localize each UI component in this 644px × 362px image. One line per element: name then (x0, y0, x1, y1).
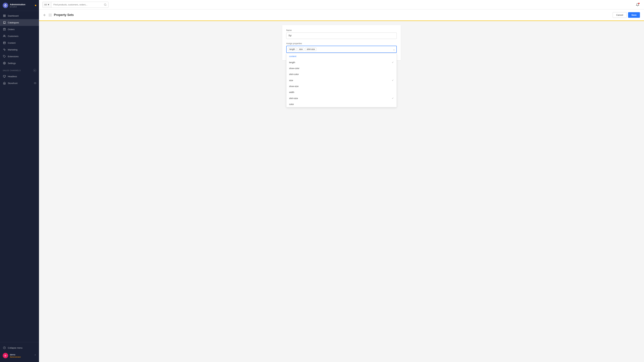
dropdown-item-shoe-size[interactable]: shoe-size (286, 83, 396, 89)
name-input[interactable] (286, 32, 397, 39)
search-container: All ▼ (42, 2, 108, 8)
dropdown-item-label: shoe-size (289, 85, 298, 87)
user-avatar: D (3, 353, 8, 358)
dropdown-item-content[interactable]: content (286, 53, 396, 59)
search-filter-label: All (44, 3, 46, 6)
search-filter-dropdown[interactable]: All ▼ (42, 2, 51, 7)
dropdown-item-width[interactable]: width (286, 89, 396, 95)
content-icon (3, 41, 6, 44)
sidebar-item-label: Headless (8, 75, 17, 78)
sidebar-item-settings[interactable]: Settings (0, 60, 39, 66)
storefront-icon (3, 81, 6, 85)
sidebar-item-label: Customers (8, 35, 18, 37)
dropdown-item-shirt-color[interactable]: shirt-color (286, 71, 396, 77)
marketing-icon (3, 48, 6, 51)
settings-icon (3, 61, 6, 65)
assign-properties-label: Assign properties (286, 42, 397, 45)
customers-icon (3, 34, 6, 38)
svg-rect-1 (4, 15, 4, 15)
sidebar-item-customers[interactable]: Customers (0, 33, 39, 39)
name-field: Name (286, 29, 397, 39)
sidebar-item-orders[interactable]: Orders (0, 26, 39, 33)
sidebar-item-label: Catalogues (8, 21, 19, 24)
catalogues-icon (3, 21, 6, 24)
dropdown-item-label: length (289, 61, 295, 64)
notification-dot (638, 3, 640, 4)
svg-rect-7 (4, 42, 6, 44)
header-icon (48, 13, 52, 17)
search-input[interactable] (51, 2, 102, 7)
sidebar-item-content[interactable]: Content (0, 39, 39, 46)
form-card: Name Assign properties lengthsizeshirt-s… (282, 25, 401, 60)
sidebar-item-storefront[interactable]: Storefront (0, 80, 39, 86)
sidebar-item-label: Settings (8, 62, 16, 64)
dropdown-item-label: shoe-color (289, 67, 300, 70)
svg-point-13 (104, 4, 106, 5)
storefront-view-icon (34, 82, 36, 84)
tags-input-box[interactable]: lengthsizeshirt-size⌄ (286, 46, 397, 53)
save-button[interactable]: Save (628, 12, 640, 18)
sidebar-nav: Dashboard Catalogues Orders Customers Co… (0, 11, 39, 342)
sidebar-item-label: Storefront (8, 82, 18, 84)
dropdown-item-color[interactable]: color (286, 101, 396, 107)
sidebar: Administration 6.4.14.0 Dashboard Catalo… (0, 0, 39, 362)
svg-point-11 (35, 83, 36, 83)
svg-point-9 (4, 63, 5, 63)
name-label: Name (286, 29, 397, 31)
app-info: Administration 6.4.14.0 (10, 3, 33, 8)
search-button[interactable] (102, 3, 108, 6)
svg-rect-14 (49, 14, 50, 15)
sidebar-item-extensions[interactable]: Extensions (0, 53, 39, 60)
sidebar-item-dashboard[interactable]: Dashboard (0, 12, 39, 19)
page-content: Property Sets Cancel Save Name Assign pr… (39, 9, 644, 362)
sidebar-item-label: Content (8, 42, 16, 44)
svg-rect-3 (4, 16, 6, 17)
cancel-button[interactable]: Cancel (613, 12, 626, 18)
dropdown-arrow-icon: ⌄ (393, 48, 395, 51)
topbar: All ▼ (39, 0, 644, 9)
page-header: Property Sets Cancel Save (39, 9, 644, 21)
dropdown-item-shirt-size[interactable]: shirt-size ✓ (286, 95, 396, 101)
dropdown-item-label: width (289, 91, 294, 93)
sidebar-item-marketing[interactable]: Marketing (0, 46, 39, 53)
collapse-icon (3, 346, 6, 350)
svg-rect-2 (4, 15, 6, 15)
dropdown-item-label: size (289, 79, 293, 82)
dropdown-item-label: shirt-size (289, 97, 298, 100)
tag-chip-length: length (288, 47, 296, 51)
sidebar-user[interactable]: D demo Administrator ⌃ (0, 351, 39, 360)
back-button[interactable] (43, 13, 46, 17)
page-header-actions: Cancel Save (613, 12, 640, 18)
page-header-left: Property Sets (43, 13, 74, 17)
svg-rect-4 (4, 16, 4, 17)
svg-rect-15 (50, 14, 52, 15)
tag-chip-size: size (298, 47, 304, 51)
app-name: Administration (10, 3, 33, 6)
sidebar-item-label: Extensions (8, 55, 19, 58)
check-icon: ✓ (392, 61, 394, 64)
sidebar-item-headless[interactable]: Headless (0, 73, 39, 80)
collapse-label: Collapse menu (8, 347, 22, 349)
svg-rect-10 (3, 75, 6, 77)
sidebar-header: Administration 6.4.14.0 (0, 0, 39, 11)
add-sales-channel-button[interactable]: + (33, 69, 36, 72)
sidebar-footer: Collapse menu D demo Administrator ⌃ (0, 342, 39, 362)
collapse-menu-button[interactable]: Collapse menu (0, 345, 39, 351)
svg-point-0 (5, 5, 6, 6)
dropdown-item-size[interactable]: size ✓ (286, 77, 396, 83)
dropdown-item-shoe-color[interactable]: shoe-color (286, 65, 396, 71)
sidebar-item-catalogues[interactable]: Catalogues (0, 19, 39, 26)
dropdown-item-label: shirt-color (289, 73, 299, 75)
headless-icon (3, 75, 6, 78)
check-icon: ✓ (392, 97, 394, 100)
dashboard-icon (3, 14, 6, 17)
check-icon: ✓ (392, 79, 394, 82)
dropdown-item-length[interactable]: length ✓ (286, 59, 396, 65)
svg-rect-16 (50, 15, 52, 16)
search-filter-chevron: ▼ (47, 3, 50, 6)
user-name: demo (10, 353, 32, 356)
dropdown-item-label: color (289, 103, 294, 105)
tags-dropdown-wrapper: lengthsizeshirt-size⌄ content length ✓ s… (286, 46, 397, 53)
page-title: Property Sets (54, 13, 74, 17)
notifications-button[interactable] (634, 2, 640, 8)
